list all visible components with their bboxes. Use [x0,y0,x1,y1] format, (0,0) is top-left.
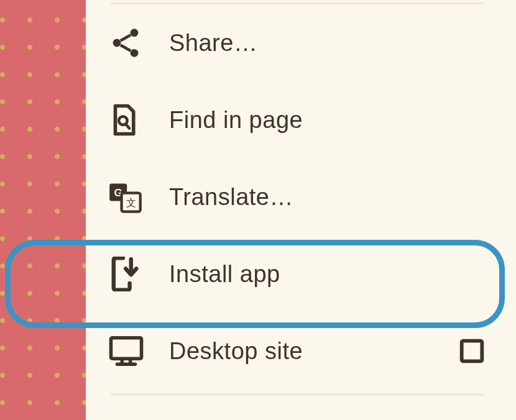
find-in-page-icon [108,103,153,137]
menu-divider-bottom [111,393,484,396]
translate-icon: G 文 [108,181,153,213]
svg-point-0 [131,29,139,37]
svg-rect-16 [462,341,482,362]
menu-item-desktop-site[interactable]: Desktop site [86,313,509,390]
svg-point-2 [131,49,139,57]
menu-item-label: Translate… [169,184,293,211]
svg-line-6 [126,124,129,129]
svg-line-3 [121,35,131,40]
menu-item-share[interactable]: Share… [86,4,509,81]
browser-overflow-menu: Share… Find in page G 文 Translate… [86,0,509,420]
menu-item-label: Find in page [169,107,303,134]
menu-item-label: Share… [169,30,257,57]
svg-line-4 [121,45,131,51]
svg-rect-12 [111,338,141,358]
menu-item-find-in-page[interactable]: Find in page [86,81,509,158]
install-app-icon [108,257,153,291]
desktop-site-icon [108,335,153,367]
right-white-edge [509,0,516,420]
menu-item-label: Desktop site [169,338,303,365]
menu-item-install-app[interactable]: Install app [86,235,509,313]
share-icon [108,25,153,60]
svg-point-1 [113,39,121,47]
svg-text:文: 文 [126,197,136,208]
desktop-site-checkbox[interactable] [459,338,485,364]
menu-item-translate[interactable]: G 文 Translate… [86,158,509,235]
menu-item-label: Install app [169,261,280,288]
